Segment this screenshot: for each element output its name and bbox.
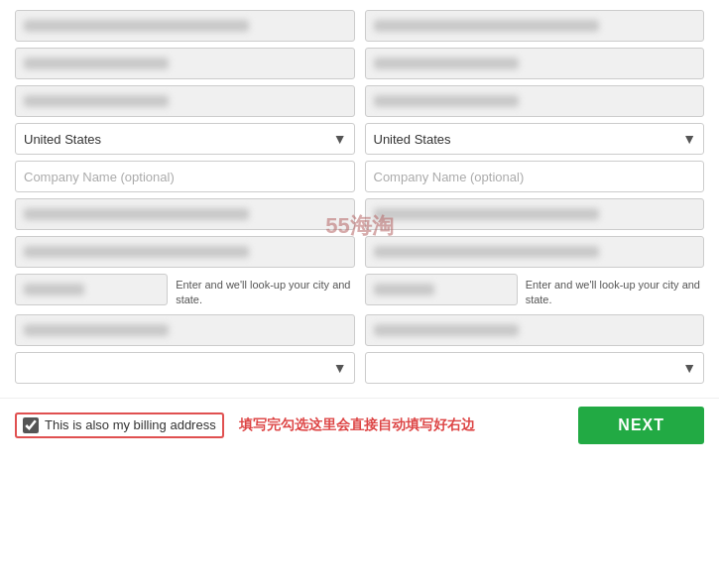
right-country-wrapper: United States Canada United Kingdom Aust… [365,123,705,155]
left-field-2 [15,48,355,79]
left-street-field [15,198,355,230]
left-city-field [15,314,355,346]
left-zip-row: Enter and we'll look-up your city and st… [15,274,355,308]
right-zip-field [365,274,518,305]
right-company-input[interactable] [365,161,705,192]
billing-checkbox[interactable] [23,417,39,433]
right-address2-field [365,236,705,268]
left-zip-field [15,274,168,305]
left-country-select[interactable]: United States Canada United Kingdom Aust… [15,123,355,155]
left-field-1 [15,10,355,42]
next-button[interactable]: NEXT [578,407,704,444]
left-zip-hint: Enter and we'll look-up your city and st… [176,274,354,308]
left-state-select[interactable]: Alabama Alaska California [15,352,355,384]
bottom-bar: This is also my billing address 填写完勾选这里会… [0,398,719,452]
right-state-select[interactable]: Alabama Alaska California [365,352,705,384]
right-field-1 [365,10,705,42]
left-field-3 [15,85,355,117]
right-country-select[interactable]: United States Canada United Kingdom Aust… [365,123,705,155]
annotation-text: 填写完勾选这里会直接自动填写好右边 [239,416,475,434]
right-city-field [365,314,705,346]
right-zip-hint: Enter and we'll look-up your city and st… [526,274,704,308]
billing-checkbox-text: This is also my billing address [45,417,216,432]
left-state-wrapper: Alabama Alaska California ▼ [15,352,355,384]
left-address2-field [15,236,355,268]
right-field-3 [365,85,705,117]
right-zip-row: Enter and we'll look-up your city and st… [365,274,705,308]
billing-checkbox-label[interactable]: This is also my billing address [15,412,224,438]
left-column: United States Canada United Kingdom Aust… [15,10,355,384]
right-zip-input-wrapper [365,274,518,305]
right-field-2 [365,48,705,79]
right-street-field [365,198,705,230]
left-zip-input-wrapper [15,274,168,305]
left-company-input[interactable] [15,161,355,192]
right-column: United States Canada United Kingdom Aust… [365,10,705,384]
form-container: United States Canada United Kingdom Aust… [0,0,719,394]
right-state-wrapper: Alabama Alaska California ▼ [365,352,705,384]
left-country-wrapper: United States Canada United Kingdom Aust… [15,123,355,155]
